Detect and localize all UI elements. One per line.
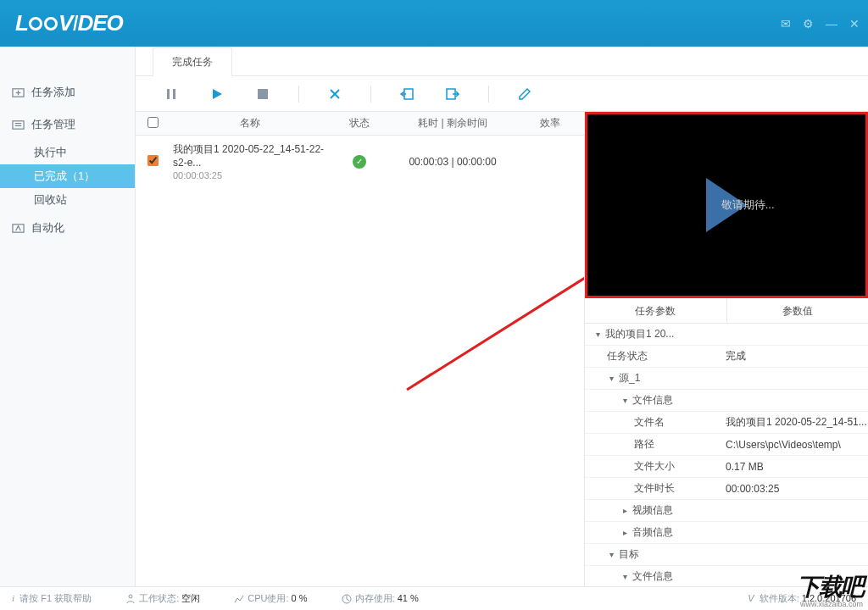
task-time: 00:00:03 | 00:00:00 bbox=[389, 156, 516, 168]
settings-icon[interactable]: ⚙ bbox=[803, 17, 814, 30]
params-col-task: 任务参数 bbox=[585, 298, 727, 323]
svg-rect-3 bbox=[13, 120, 24, 128]
sidebar-item-task-mgmt[interactable]: 任务管理 bbox=[0, 108, 135, 141]
params-col-value: 参数值 bbox=[727, 298, 869, 323]
params-body: ▾我的项目1 20... 任务状态完成 ▾源_1 ▾文件信息 文件名我的项目1 … bbox=[585, 324, 868, 586]
sidebar-sub-running[interactable]: 执行中 bbox=[0, 141, 135, 164]
status-help: i 请按 F1 获取帮助 bbox=[12, 592, 92, 605]
param-row: 路径C:\Users\pc\Videos\temp\ bbox=[585, 434, 868, 456]
sidebar: 任务添加 任务管理 执行中 已完成（1） 回收站 自动化 bbox=[0, 47, 136, 586]
svg-rect-7 bbox=[167, 89, 170, 99]
task-row[interactable]: 我的项目1 2020-05-22_14-51-22-s2-e... 00:00:… bbox=[136, 136, 584, 187]
right-panel: 敬请期待... 任务参数 参数值 ▾我的项目1 20... 任务状态完成 ▾源_… bbox=[584, 112, 868, 586]
sidebar-label: 任务管理 bbox=[31, 117, 75, 132]
caret-right-icon[interactable]: ▸ bbox=[620, 506, 629, 515]
caret-down-icon[interactable]: ▾ bbox=[620, 396, 629, 405]
param-row[interactable]: ▾源_1 bbox=[585, 368, 868, 390]
mail-icon[interactable]: ✉ bbox=[781, 17, 791, 30]
status-done-icon: ✓ bbox=[353, 155, 366, 169]
status-bar: i 请按 F1 获取帮助 工作状态: 空闲 CPU使用: 0 % 内存使用: 4… bbox=[0, 586, 868, 610]
param-row[interactable]: ▾文件信息 bbox=[585, 390, 868, 412]
window-controls: ✉ ⚙ — ✕ bbox=[781, 17, 860, 30]
sidebar-label: 任务添加 bbox=[31, 85, 75, 100]
svg-rect-9 bbox=[258, 89, 268, 99]
caret-down-icon[interactable]: ▾ bbox=[620, 572, 629, 581]
sidebar-label: 自动化 bbox=[31, 220, 64, 236]
param-row: 文件时长00:00:03:25 bbox=[585, 478, 868, 500]
watermark: 下载吧 www.xiazaiba.com bbox=[797, 571, 863, 608]
svg-rect-8 bbox=[173, 89, 175, 99]
title-bar: LVIDEO ✉ ⚙ — ✕ bbox=[0, 0, 868, 47]
grid-body: 我的项目1 2020-05-22_14-51-22-s2-e... 00:00:… bbox=[136, 136, 584, 586]
col-name[interactable]: 名称 bbox=[170, 116, 330, 130]
task-name: 我的项目1 2020-05-22_14-51-22-s2-e... bbox=[173, 142, 330, 169]
select-all-checkbox[interactable] bbox=[147, 117, 159, 128]
params-header: 任务参数 参数值 bbox=[585, 298, 868, 324]
tabs-bar: 完成任务 bbox=[136, 47, 868, 76]
param-row[interactable]: ▸音频信息 bbox=[585, 522, 868, 544]
pause-button[interactable] bbox=[161, 84, 181, 104]
caret-down-icon[interactable]: ▾ bbox=[607, 374, 615, 383]
close-icon[interactable]: ✕ bbox=[849, 17, 860, 30]
main-area: 完成任务 名称 状态 耗时 | 剩余时间 效率 bbox=[136, 47, 868, 586]
grid-header: 名称 状态 耗时 | 剩余时间 效率 bbox=[136, 112, 584, 136]
col-status[interactable]: 状态 bbox=[330, 116, 389, 130]
sidebar-item-automation[interactable]: 自动化 bbox=[0, 212, 135, 244]
param-row: 任务状态完成 bbox=[585, 346, 868, 368]
task-duration: 00:00:03:25 bbox=[173, 170, 330, 180]
caret-down-icon[interactable]: ▾ bbox=[593, 330, 602, 339]
caret-right-icon[interactable]: ▸ bbox=[620, 528, 629, 537]
play-button[interactable] bbox=[207, 84, 227, 104]
video-preview[interactable]: 敬请期待... bbox=[585, 112, 868, 298]
svg-line-14 bbox=[407, 203, 584, 390]
sidebar-sub-recycle[interactable]: 回收站 bbox=[0, 188, 135, 212]
delete-button[interactable] bbox=[325, 84, 345, 104]
caret-down-icon[interactable]: ▾ bbox=[607, 550, 615, 559]
arrow-annotation bbox=[390, 186, 584, 407]
export-button[interactable] bbox=[442, 84, 463, 104]
param-row[interactable]: ▾我的项目1 20... bbox=[585, 324, 868, 346]
status-mem: 内存使用: 41 % bbox=[342, 592, 419, 605]
edit-button[interactable] bbox=[515, 84, 535, 104]
col-eff[interactable]: 效率 bbox=[516, 116, 584, 130]
stop-button[interactable] bbox=[253, 84, 273, 104]
row-checkbox[interactable] bbox=[147, 155, 159, 166]
import-button[interactable] bbox=[397, 84, 417, 104]
sidebar-sub-completed[interactable]: 已完成（1） bbox=[0, 164, 135, 188]
param-row[interactable]: ▸视频信息 bbox=[585, 500, 868, 522]
preview-text: 敬请期待... bbox=[721, 197, 775, 213]
param-row[interactable]: ▾目标 bbox=[585, 544, 868, 566]
minimize-icon[interactable]: — bbox=[826, 17, 837, 30]
svg-point-15 bbox=[129, 595, 132, 598]
status-cpu: CPU使用: 0 % bbox=[234, 592, 307, 605]
sidebar-item-add-task[interactable]: 任务添加 bbox=[0, 76, 135, 108]
param-row: 文件大小0.17 MB bbox=[585, 456, 868, 478]
param-row: 文件名我的项目1 2020-05-22_14-51... bbox=[585, 412, 868, 434]
col-time[interactable]: 耗时 | 剩余时间 bbox=[389, 116, 516, 130]
status-work: 工作状态: 空闲 bbox=[125, 592, 200, 605]
tab-completed[interactable]: 完成任务 bbox=[153, 47, 232, 76]
toolbar bbox=[136, 76, 868, 112]
app-logo: LVIDEO bbox=[15, 10, 123, 36]
